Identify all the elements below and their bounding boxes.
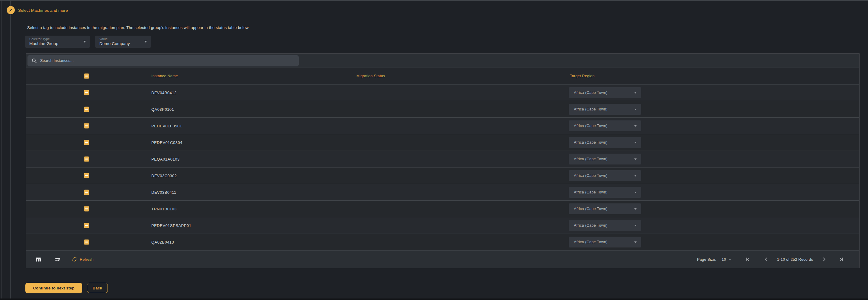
row-checkbox[interactable] — [84, 107, 89, 112]
instance-name: QA03P0101 — [151, 107, 174, 112]
target-region-value: Africa (Cape Town) — [574, 207, 607, 211]
target-region-value: Africa (Cape Town) — [574, 107, 607, 111]
select-all-checkbox[interactable] — [84, 74, 89, 79]
target-region-value: Africa (Cape Town) — [574, 223, 607, 228]
value-label: Value — [99, 37, 147, 41]
pencil-icon — [9, 8, 13, 12]
wrap-lines-icon — [55, 257, 61, 263]
row-checkbox[interactable] — [84, 124, 89, 129]
chevron-down-icon — [634, 225, 637, 226]
page-size-select[interactable]: 10 — [722, 258, 732, 262]
page-size-value: 10 — [722, 258, 726, 262]
intro-text: Select a tag to include instances in the… — [27, 25, 249, 30]
instance-name: PEDEV01C0304 — [151, 140, 182, 145]
row-checkbox[interactable] — [84, 240, 89, 245]
instances-table: Instance Name Migration Status Target Re… — [26, 54, 860, 268]
pagination: Page Size: 10 1-10 of 252 Records — [697, 251, 844, 268]
instance-name: DEV03C0302 — [151, 173, 177, 178]
table-row: PEDEV01F0501 Africa (Cape Town) — [26, 118, 859, 134]
next-page-button[interactable] — [822, 257, 827, 262]
table-footer: Refresh Page Size: 10 1-10 of 252 Record… — [26, 250, 859, 268]
selector-type-value: Machine Group — [29, 41, 86, 46]
target-region-value: Africa (Cape Town) — [574, 91, 607, 95]
selector-type-select[interactable]: Selector Type Machine Group — [25, 36, 90, 48]
target-region-select[interactable]: Africa (Cape Town) — [569, 87, 641, 98]
first-page-button[interactable] — [745, 257, 750, 262]
table-row: PEQA01A0103 Africa (Cape Town) — [26, 151, 859, 167]
continue-button[interactable]: Continue to next step — [25, 283, 82, 293]
chevron-down-icon — [634, 125, 637, 127]
selector-type-label: Selector Type — [29, 37, 86, 41]
refresh-label: Refresh — [80, 258, 94, 262]
bottom-edge-divider — [0, 299, 868, 300]
target-region-value: Africa (Cape Town) — [574, 173, 607, 178]
target-region-value: Africa (Cape Town) — [574, 140, 607, 144]
table-body: DEV04B0412 Africa (Cape Town) QA03P0101 … — [26, 84, 859, 250]
target-region-select[interactable]: Africa (Cape Town) — [569, 137, 641, 148]
instance-name: PEQA01A0103 — [151, 157, 180, 162]
target-region-select[interactable]: Africa (Cape Town) — [569, 121, 641, 131]
value-value: Demo Company — [99, 41, 147, 46]
value-select[interactable]: Value Demo Company — [95, 36, 151, 48]
target-region-value: Africa (Cape Town) — [574, 190, 607, 194]
back-button[interactable]: Back — [87, 283, 108, 293]
row-checkbox[interactable] — [84, 206, 89, 211]
row-checkbox[interactable] — [84, 190, 89, 195]
left-edge-divider — [1, 1, 1, 300]
target-region-select[interactable]: Africa (Cape Town) — [569, 104, 641, 115]
view-columns-button[interactable] — [35, 257, 41, 263]
target-region-select[interactable]: Africa (Cape Town) — [569, 220, 641, 231]
target-region-select[interactable]: Africa (Cape Town) — [569, 170, 641, 181]
page-size-label: Page Size: — [697, 258, 716, 262]
target-region-value: Africa (Cape Town) — [574, 240, 607, 244]
wrap-lines-button[interactable] — [55, 257, 61, 263]
row-checkbox[interactable] — [84, 90, 89, 95]
chevron-down-icon — [634, 92, 637, 94]
refresh-button[interactable]: Refresh — [72, 257, 94, 262]
chevron-down-icon — [634, 142, 637, 143]
target-region-value: Africa (Cape Town) — [574, 157, 607, 161]
table-row: QA02B0413 Africa (Cape Town) — [26, 234, 859, 250]
row-checkbox[interactable] — [84, 223, 89, 228]
table-row: DEV03B0411 Africa (Cape Town) — [26, 184, 859, 200]
stepper-connector-line — [10, 1, 11, 300]
top-edge-divider — [0, 0, 868, 1]
chevron-down-icon — [634, 192, 637, 193]
last-page-button[interactable] — [839, 257, 844, 262]
table-row: PEDEV01C0304 Africa (Cape Town) — [26, 134, 859, 151]
last-page-icon — [839, 257, 844, 262]
row-checkbox[interactable] — [84, 173, 89, 178]
instance-name: TRN01B0103 — [151, 207, 177, 211]
refresh-icon — [72, 257, 77, 262]
table-row: DEV03C0302 Africa (Cape Town) — [26, 167, 859, 184]
search-input[interactable] — [40, 55, 299, 66]
records-range: 1-10 of 252 Records — [777, 258, 813, 262]
step-edit-badge — [7, 6, 15, 14]
prev-page-button[interactable] — [764, 257, 769, 262]
instance-name: DEV03B0411 — [151, 190, 176, 195]
step-title: Select Machines and more — [18, 8, 68, 13]
row-checkbox[interactable] — [84, 157, 89, 162]
target-region-select[interactable]: Africa (Cape Town) — [569, 237, 641, 247]
table-row: TRN01B0103 Africa (Cape Town) — [26, 200, 859, 217]
target-region-value: Africa (Cape Town) — [574, 124, 607, 128]
instance-name: QA02B0413 — [151, 240, 174, 244]
chevron-left-icon — [764, 257, 769, 262]
table-row: DEV04B0412 Africa (Cape Town) — [26, 84, 859, 101]
column-header-instance-name: Instance Name — [151, 74, 178, 78]
search-box[interactable] — [28, 55, 299, 66]
target-region-select[interactable]: Africa (Cape Town) — [569, 187, 641, 198]
table-row: PEDEV01SPSAPP01 Africa (Cape Town) — [26, 217, 859, 234]
table-header-row: Instance Name Migration Status Target Re… — [26, 68, 859, 84]
chevron-down-icon — [83, 41, 86, 42]
search-icon — [32, 58, 37, 63]
table-search-bar — [26, 54, 859, 68]
chevron-right-icon — [822, 257, 827, 262]
table-columns-icon — [35, 257, 41, 263]
instance-name: PEDEV01F0501 — [151, 124, 182, 128]
instance-name: PEDEV01SPSAPP01 — [151, 223, 191, 228]
target-region-select[interactable]: Africa (Cape Town) — [569, 203, 641, 214]
row-checkbox[interactable] — [84, 140, 89, 145]
target-region-select[interactable]: Africa (Cape Town) — [569, 154, 641, 165]
chevron-down-icon — [634, 159, 637, 160]
